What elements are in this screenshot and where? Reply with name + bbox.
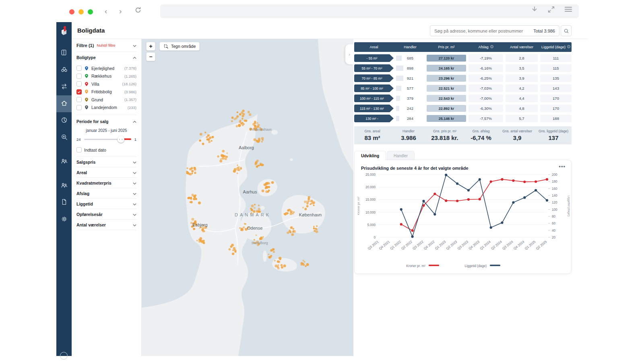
chevron-down-icon[interactable] [133, 43, 136, 48]
reset-filters-link[interactable]: Nulstil filtre [97, 43, 115, 47]
filter-section-salgspris[interactable]: Salgspris [76, 157, 136, 167]
sidebar-item-people[interactable] [56, 153, 72, 170]
summary-item: Gns. liggetid (dage)137 [535, 129, 572, 141]
svg-text:140: 140 [552, 194, 557, 197]
map-label-odense: Odense [247, 226, 263, 230]
boligtype-checkbox[interactable] [76, 89, 82, 95]
handler-mini-bar [396, 116, 399, 121]
panel-collapse-handle[interactable]: › [345, 44, 353, 64]
svg-text:Q4 2024: Q4 2024 [513, 240, 525, 251]
refresh-icon[interactable] [134, 6, 142, 15]
table-row[interactable]: 55 m² - 70 m² 898 24.165 kr -6,16% 3,5 1… [354, 64, 572, 72]
filter-section-label: Opførelsesår [76, 212, 103, 217]
svg-text:100: 100 [552, 208, 557, 212]
boligtype-item-fritidsbolig[interactable]: Fritidsbolig(3.986) [76, 88, 136, 96]
zoom-out-button[interactable]: − [146, 52, 155, 61]
boligtype-item-rækkehus[interactable]: Rækkehus(1.265) [76, 72, 136, 80]
app-window: Boligdata Total 3.986 Filtre (1) Nulstil… [56, 22, 588, 356]
table-row[interactable]: 130 m² - 284 25.146 kr -7,57% 5,7 188 [354, 115, 572, 122]
info-icon[interactable] [567, 45, 570, 49]
boligtype-checkbox[interactable] [76, 105, 82, 110]
filter-section-liggetid[interactable]: Liggetid [76, 199, 136, 209]
search-icon [564, 28, 569, 34]
filter-section-antal-v-relser[interactable]: Antal værelser [76, 220, 136, 230]
boligtype-checkbox[interactable] [76, 81, 82, 86]
sidebar-item-settings[interactable] [56, 211, 72, 228]
slider-max-label: 1 [134, 137, 136, 142]
periode-title: Periode for salg [76, 119, 108, 124]
boligtype-section-header[interactable]: Boligtype [76, 52, 136, 63]
map-pin-icon [84, 89, 89, 94]
areal-table: ArealHandlerPris pr. m²AfslagAntal værel… [354, 42, 572, 122]
boligtype-checkbox[interactable] [76, 66, 82, 71]
price-trend-chart: 05.00010.00015.00020.00025.0002040608010… [355, 171, 570, 269]
maximize-window-button[interactable] [88, 9, 93, 14]
table-row[interactable]: 115 m² - 130 m² 242 22.892 kr -6,30% 4,8… [354, 105, 572, 112]
map-canvas[interactable]: FrederikshavnAalborgAarhusDANMARKEsbjerg… [142, 39, 353, 356]
periode-section-header[interactable]: Periode for salg [76, 116, 136, 127]
filter-section-areal[interactable]: Areal [76, 167, 136, 178]
kebab-menu-icon[interactable]: ••• [559, 163, 566, 169]
enter-date-checkbox[interactable] [76, 147, 82, 152]
boligtype-label: Grund [91, 97, 122, 102]
sidebar-item-zoom-search[interactable] [56, 129, 72, 146]
sidebar-item-compare[interactable] [56, 78, 72, 95]
boligtype-count: (7.378) [124, 66, 136, 70]
navigation-rail [56, 22, 72, 356]
slider-track[interactable]: ‹ › [84, 136, 131, 142]
tab-udvikling[interactable]: Udvikling [354, 151, 386, 160]
filter-section-opf-relses-r[interactable]: Opførelsesår [76, 209, 136, 220]
sidebar-item-document[interactable] [56, 194, 72, 211]
boligtype-item-ejerlejlighed[interactable]: Ejerlejlighed(7.378) [76, 64, 136, 72]
sidebar-item-binoculars[interactable] [56, 62, 72, 78]
zoom-in-button[interactable]: + [146, 42, 155, 51]
boligtype-item-grund[interactable]: Grund(1.357) [76, 96, 136, 104]
menu-icon[interactable] [564, 6, 572, 12]
slider-thumb[interactable]: ‹ › [118, 136, 124, 143]
download-icon[interactable] [531, 6, 538, 13]
app-logo[interactable] [59, 25, 69, 36]
chart-tabs: UdviklingHandler [354, 151, 588, 160]
zoom-search-icon [60, 133, 68, 142]
minimize-window-button[interactable] [78, 9, 84, 14]
search-input[interactable] [430, 29, 533, 33]
sidebar-item-home[interactable] [56, 95, 72, 112]
handler-cell: 921 [396, 74, 424, 82]
filter-section-kvadratmeterpris[interactable]: Kvadratmeterpris [76, 178, 136, 188]
table-row[interactable]: 100 m² - 115 m² 379 22.543 kr -7,00% 4,4… [354, 95, 572, 102]
boligtype-item-landejendom[interactable]: Landejendom(233) [76, 104, 136, 112]
boligtype-checkbox[interactable] [76, 74, 82, 79]
boligtype-item-villa[interactable]: Villa(18.126) [76, 80, 136, 88]
table-row[interactable]: 70 m² - 85 m² 921 23.296 kr -6,25% 3,9 1… [354, 74, 572, 82]
close-window-button[interactable] [69, 9, 74, 14]
enter-date-row[interactable]: Indtast dato [76, 147, 136, 152]
expand-icon[interactable] [548, 6, 555, 13]
back-icon[interactable]: ‹ [105, 7, 107, 15]
forward-icon[interactable]: › [119, 7, 122, 15]
draw-area-button[interactable]: Tegn område [159, 42, 200, 51]
tab-handler[interactable]: Handler [387, 151, 415, 160]
filter-panel: Filtre (1) Nulstil filtre Boligtype Ejer… [72, 39, 142, 356]
help-icon[interactable] [60, 352, 68, 360]
info-icon[interactable] [490, 45, 493, 49]
map-pin-icon [84, 97, 89, 102]
table-row[interactable]: 85 m² - 100 m² 577 22.521 kr -7,03% 4,2 … [354, 84, 572, 92]
sidebar-item-journal[interactable] [56, 45, 72, 62]
boligtype-count: (3.986) [124, 90, 136, 94]
url-bar[interactable] [160, 4, 579, 18]
filter-section-afslag[interactable]: Afslag [76, 188, 136, 199]
svg-text:160: 160 [552, 187, 557, 191]
map-pin-icon [84, 82, 89, 86]
chevron-down-icon [133, 222, 136, 227]
boligtype-title: Boligtype [76, 55, 96, 60]
sidebar-item-people-alt[interactable] [56, 177, 72, 194]
areal-range-cell: 100 m² - 115 m² [354, 95, 394, 102]
vaerelser-cell: 3,5 [506, 64, 538, 72]
svg-text:Kroner pr. m²: Kroner pr. m² [406, 264, 425, 268]
table-row[interactable]: - 55 m² 685 27.120 kr -7,19% 2,8 111 [354, 54, 572, 62]
svg-text:120: 120 [552, 201, 557, 204]
search-button[interactable] [561, 25, 572, 36]
chevron-up-icon [133, 55, 136, 60]
boligtype-checkbox[interactable] [76, 97, 82, 102]
sidebar-item-statistics[interactable] [56, 112, 72, 129]
